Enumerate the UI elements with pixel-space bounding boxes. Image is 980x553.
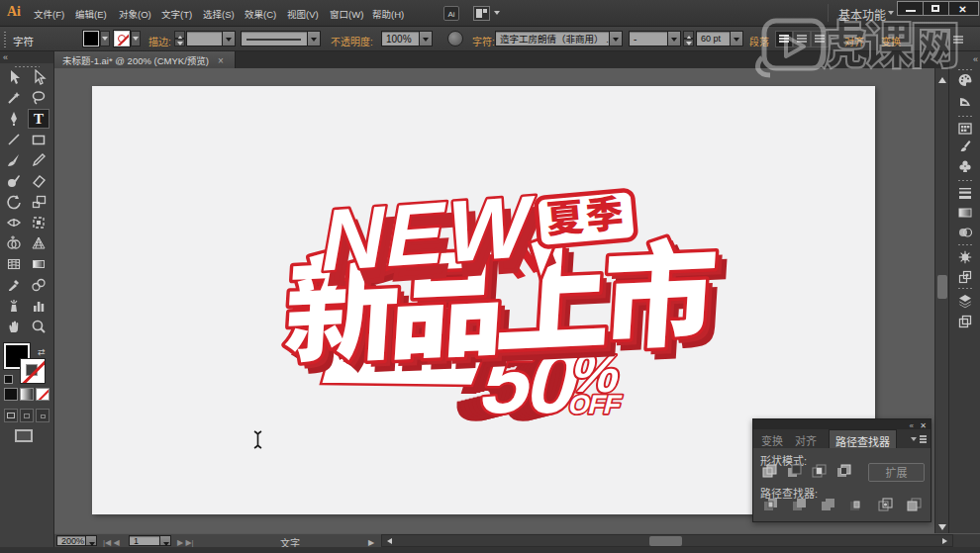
svg-text:夏季: 夏季 bbox=[543, 183, 628, 244]
svg-text:T: T bbox=[34, 111, 44, 127]
svg-text:NEW: NEW bbox=[315, 176, 540, 290]
svg-text:OFF: OFF bbox=[566, 389, 625, 419]
